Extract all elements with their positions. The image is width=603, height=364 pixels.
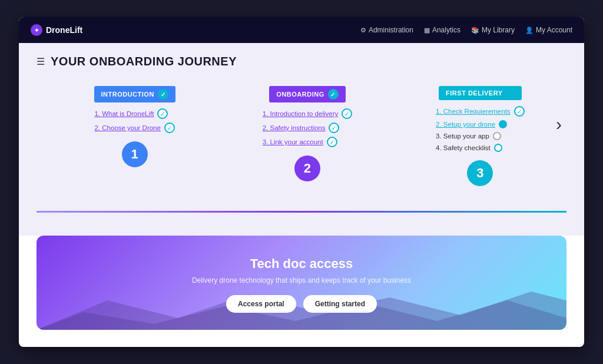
stage-onboarding: ONBOARDING ✓ 1. Introduction to delivery… (221, 86, 393, 181)
analytics-icon: ▦ (424, 27, 430, 34)
stage-introduction: INTRODUCTION ✓ 1. What is DroneLift ✓ 2.… (48, 86, 221, 167)
first-delivery-item2-check (499, 120, 507, 128)
onboarding-item-1: 1. Introduction to delivery ✓ (263, 108, 353, 119)
tech-doc-buttons: Access portal Getting started (226, 295, 377, 313)
brand-name: DroneLift (46, 25, 82, 35)
navbar: ✦ DroneLift ⚙ Administration ▦ Analytics… (19, 17, 584, 43)
intro-item-1: 1. What is DroneLift ✓ (94, 108, 168, 119)
stage-number-3: 3 (467, 160, 493, 186)
first-delivery-item3-check (493, 132, 501, 140)
intro-items: 1. What is DroneLift ✓ 2. Choose your Dr… (94, 108, 175, 133)
first-delivery-item1-check: ✓ (514, 106, 525, 117)
first-delivery-link-2[interactable]: 2. Setup your drone (436, 121, 495, 128)
first-delivery-check (506, 89, 515, 97)
intro-item1-check: ✓ (157, 108, 168, 119)
onboarding-item-3: 3. Link your account ✓ (263, 137, 337, 147)
tech-doc-subtitle: Delivery drone technology that ships and… (192, 276, 411, 284)
stage-first-delivery: FIRST DELIVERY 1. Check Requierements ✓ … (394, 86, 566, 186)
nav-links: ⚙ Administration ▦ Analytics 📚 My Librar… (360, 26, 572, 34)
first-delivery-item-2: 2. Setup your drone (436, 120, 507, 128)
first-delivery-item-3: 3. Setup your app (436, 132, 501, 140)
getting-started-button[interactable]: Getting started (303, 295, 377, 313)
first-delivery-item-4: 4. Safety checklist (436, 144, 502, 152)
nav-administration[interactable]: ⚙ Administration (360, 26, 413, 34)
page-header: ☰ YOUR ONBOARDING JOURNEY (37, 55, 566, 68)
onboarding-item-2: 2. Safety instructions ✓ (263, 123, 340, 133)
stage-label-onboarding: ONBOARDING ✓ (269, 86, 345, 102)
first-delivery-text-3: 3. Setup your app (436, 133, 489, 140)
stage-label-first-delivery: FIRST DELIVERY (439, 86, 521, 100)
stage-label-introduction: INTRODUCTION ✓ (94, 86, 175, 102)
stage-number-2: 2 (294, 155, 320, 181)
brand[interactable]: ✦ DroneLift (31, 24, 82, 36)
onboarding-link-3[interactable]: 3. Link your account (263, 138, 323, 145)
library-icon: 📚 (471, 27, 479, 34)
onboarding-item3-check: ✓ (327, 137, 337, 147)
journey-area: INTRODUCTION ✓ 1. What is DroneLift ✓ 2.… (37, 80, 566, 221)
nav-account[interactable]: 👤 My Account (525, 26, 572, 34)
onboarding-link-2[interactable]: 2. Safety instructions (263, 124, 326, 131)
stage-number-1: 1 (122, 141, 148, 167)
first-delivery-item4-check (494, 144, 502, 152)
onboarding-items: 1. Introduction to delivery ✓ 2. Safety … (263, 108, 353, 147)
intro-link-1[interactable]: 1. What is DroneLift (94, 110, 154, 117)
intro-item-2: 2. Choose your Drone ✓ (94, 123, 175, 133)
intro-item2-check: ✓ (164, 123, 175, 133)
account-icon: 👤 (525, 27, 534, 34)
nav-library[interactable]: 📚 My Library (471, 26, 515, 34)
onboarding-item1-check: ✓ (342, 108, 352, 119)
app-screen: ✦ DroneLift ⚙ Administration ▦ Analytics… (19, 17, 584, 347)
onboarding-link-1[interactable]: 1. Introduction to delivery (263, 110, 339, 117)
intro-check: ✓ (158, 89, 168, 100)
first-delivery-item-1: 1. Check Requierements ✓ (436, 106, 525, 117)
first-delivery-text-4: 4. Safety checklist (436, 144, 491, 151)
onboarding-check: ✓ (328, 89, 339, 100)
hamburger-icon[interactable]: ☰ (37, 56, 45, 67)
page-title: YOUR ONBOARDING JOURNEY (51, 55, 237, 68)
brand-icon: ✦ (31, 24, 42, 36)
first-delivery-link-1[interactable]: 1. Check Requierements (436, 108, 511, 115)
stages-row: INTRODUCTION ✓ 1. What is DroneLift ✓ 2.… (37, 86, 566, 186)
intro-link-2[interactable]: 2. Choose your Drone (94, 124, 161, 131)
onboarding-item2-check: ✓ (329, 123, 339, 133)
next-arrow[interactable]: › (551, 114, 566, 134)
timeline-line (37, 211, 566, 213)
main-content: ☰ YOUR ONBOARDING JOURNEY INTRODUCTION ✓… (19, 43, 584, 236)
access-portal-button[interactable]: Access portal (226, 295, 296, 313)
admin-icon: ⚙ (360, 27, 366, 34)
nav-analytics[interactable]: ▦ Analytics (424, 26, 460, 34)
tech-doc-title: Tech doc access (250, 256, 353, 272)
first-delivery-items: 1. Check Requierements ✓ 2. Setup your d… (436, 106, 525, 152)
tech-doc-section: Tech doc access Delivery drone technolog… (37, 236, 566, 330)
